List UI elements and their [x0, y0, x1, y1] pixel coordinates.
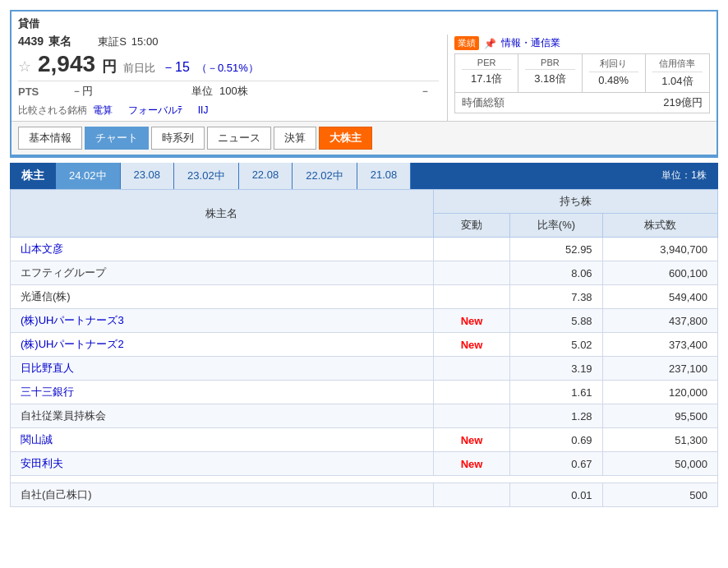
- table-row: エフティグループ8.06600,100: [11, 261, 718, 285]
- price-change: －15: [162, 59, 190, 76]
- compare-link-forval[interactable]: フォーバルﾃ: [128, 104, 182, 116]
- shareholder-change: New: [433, 428, 510, 452]
- shareholder-ratio: 52.95: [510, 238, 602, 261]
- table-row-spacer: [11, 476, 718, 483]
- pin-icon: 📌: [484, 38, 496, 49]
- table-row: (株)UHパートナーズ3New5.88437,800: [11, 309, 718, 333]
- jikasougaku-row: 時価総額 219億円: [454, 93, 710, 113]
- shareholder-name: エフティグループ: [11, 261, 434, 285]
- col-name-header: 株主名: [11, 190, 434, 238]
- shareholder-name[interactable]: 関山誠: [11, 428, 434, 452]
- shareholder-name: 自社(自己株口): [11, 483, 434, 507]
- tab-jikeiretu[interactable]: 時系列: [151, 127, 205, 150]
- stock-info-panel: 貸借 4439 東名 東証S 15:00 ☆: [10, 10, 718, 158]
- shareholder-shares: 237,100: [602, 357, 717, 381]
- shareholder-ratio: 8.06: [510, 261, 602, 285]
- shareholder-name[interactable]: 日比野直人: [11, 357, 434, 381]
- shareholder-name[interactable]: 三十三銀行: [11, 381, 434, 404]
- shareholder-change: [433, 483, 510, 507]
- period-tab-21-08[interactable]: 21.08: [357, 163, 412, 189]
- tab-chart[interactable]: チャート: [85, 127, 149, 150]
- tab-kessan[interactable]: 決算: [274, 127, 316, 150]
- shareholder-ratio: 0.01: [510, 483, 602, 507]
- shareholder-change: New: [433, 452, 510, 476]
- period-tab-24-02[interactable]: 24.02中: [56, 163, 121, 189]
- shareholder-ratio: 5.88: [510, 309, 602, 333]
- tab-kihon[interactable]: 基本情報: [18, 127, 82, 150]
- table-row: 関山誠New0.6951,300: [11, 428, 718, 452]
- shareholder-ratio: 1.28: [510, 404, 602, 428]
- market-label: 東証S: [98, 35, 127, 49]
- tab-news[interactable]: ニュース: [207, 127, 271, 150]
- jikasougaku-label: 時価総額: [462, 95, 505, 110]
- shareholder-change: [433, 404, 510, 428]
- table-row: 三十三銀行1.61120,000: [11, 381, 718, 404]
- shareholder-ratio: 1.61: [510, 381, 602, 404]
- col-change-header: 変動: [433, 214, 510, 238]
- shareholder-shares: 120,000: [602, 381, 717, 404]
- shareholder-change: [433, 357, 510, 381]
- table-row: 光通信(株)7.38549,400: [11, 285, 718, 309]
- star-icon[interactable]: ☆: [18, 58, 31, 76]
- yen-unit: 円: [102, 57, 117, 76]
- shareholder-shares: 600,100: [602, 261, 717, 285]
- shareholder-shares: 3,940,700: [602, 238, 717, 261]
- unit-label: 単位 100株: [191, 84, 247, 99]
- shareholder-ratio: 0.69: [510, 428, 602, 452]
- jikasougaku-value: 219億円: [663, 95, 703, 110]
- pts-row: PTS －円 単位 100株 －: [18, 81, 439, 101]
- info-link[interactable]: 情報・通信業: [501, 36, 560, 50]
- shareholder-shares: 500: [602, 483, 717, 507]
- shareholder-ratio: 7.38: [510, 285, 602, 309]
- compare-link-densan[interactable]: 電算: [93, 104, 113, 116]
- table-row: 日比野直人3.19237,100: [11, 357, 718, 381]
- table-row: 山本文彦52.953,940,700: [11, 238, 718, 261]
- shareholder-name[interactable]: 山本文彦: [11, 238, 434, 261]
- period-tab-22-08[interactable]: 22.08: [239, 163, 293, 189]
- shareholder-shares: 373,400: [602, 333, 717, 357]
- col-shares-header: 株式数: [602, 214, 717, 238]
- table-row: 自社(自己株口)0.01500: [11, 483, 718, 507]
- shareholder-shares: 437,800: [602, 309, 717, 333]
- table-row: 安田利夫New0.6750,000: [11, 452, 718, 476]
- shareholder-change: New: [433, 309, 510, 333]
- yield-metric: 利回り 0.48%: [583, 54, 646, 92]
- stock-title-row: 4439 東名 東証S 15:00: [18, 35, 439, 49]
- shareholder-shares: 95,500: [602, 404, 717, 428]
- prev-label: 前日比: [123, 61, 155, 76]
- shareholder-ratio: 0.67: [510, 452, 602, 476]
- stock-price: 2,943: [38, 51, 95, 77]
- compare-link-iij[interactable]: IIJ: [198, 104, 209, 116]
- period-tab-23-08[interactable]: 23.08: [121, 163, 175, 189]
- per-metric: PER 17.1倍: [455, 54, 518, 92]
- shareholder-name[interactable]: 安田利夫: [11, 452, 434, 476]
- shareholder-shares: 50,000: [602, 452, 717, 476]
- shareholder-change: [433, 238, 510, 261]
- stock-name: 東名: [48, 35, 71, 49]
- shareholder-ratio: 3.19: [510, 357, 602, 381]
- compare-row: 比較される銘柄 電算 フォーバルﾃ IIJ: [18, 101, 439, 121]
- period-tab-23-02[interactable]: 23.02中: [174, 163, 239, 189]
- price-change-pct: （－0.51%）: [196, 61, 259, 76]
- table-row: (株)UHパートナーズ2New5.02373,400: [11, 333, 718, 357]
- shareholders-title: 株主: [10, 163, 56, 189]
- period-tab-22-02[interactable]: 22.02中: [293, 163, 357, 189]
- shareholder-shares: 549,400: [602, 285, 717, 309]
- shareholder-change: New: [433, 333, 510, 357]
- shareholders-table: 株主名 持ち株 変動 比率(%) 株式数 山本文彦52.953,940,700エ…: [10, 189, 718, 507]
- shareholder-name: 光通信(株): [11, 285, 434, 309]
- shareholder-name[interactable]: (株)UHパートナーズ3: [11, 309, 434, 333]
- shareholders-header: 株主 24.02中 23.08 23.02中 22.08 22.02中 21.0…: [10, 163, 718, 189]
- shareholder-change: [433, 285, 510, 309]
- shareholders-section: 株主 24.02中 23.08 23.02中 22.08 22.02中 21.0…: [10, 163, 718, 507]
- tab-daigabunushi[interactable]: 大株主: [319, 127, 372, 150]
- nav-tabs: 基本情報 チャート 時系列 ニュース 決算 大株主: [12, 121, 716, 156]
- shareholder-change: [433, 381, 510, 404]
- section-title: 貸借: [18, 16, 710, 31]
- shareholder-name[interactable]: (株)UHパートナーズ2: [11, 333, 434, 357]
- metrics-grid: PER 17.1倍 PBR 3.18倍 利回り 0.48% 信用倍率: [454, 53, 710, 93]
- market-time: 15:00: [131, 35, 159, 48]
- table-row: 自社従業員持株会1.2895,500: [11, 404, 718, 428]
- unit-label: 単位：1株: [650, 163, 718, 189]
- stock-code: 4439: [18, 35, 44, 48]
